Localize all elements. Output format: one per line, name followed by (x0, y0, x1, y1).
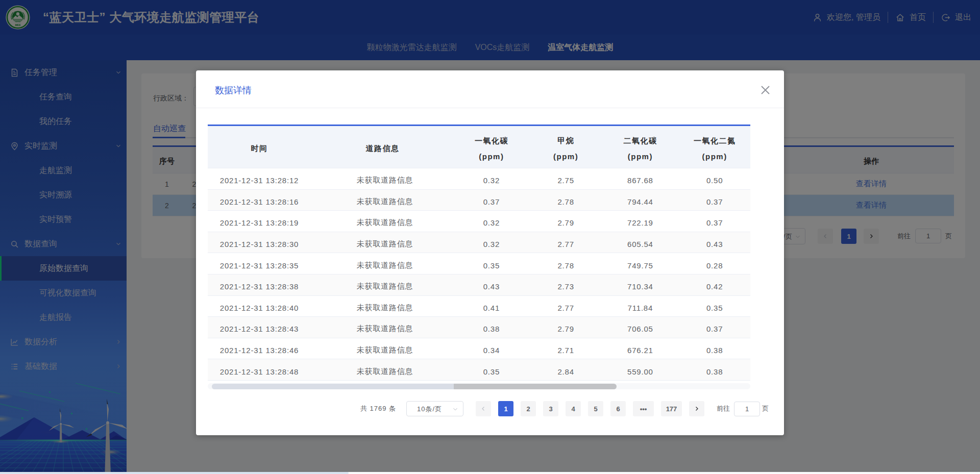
table-cell: 未获取道路信息 (311, 261, 454, 270)
page-horizontal-scrollbar[interactable] (0, 472, 980, 474)
close-icon[interactable] (761, 86, 770, 94)
column-unit: (ppm) (454, 148, 529, 164)
pager-buttons: 123456•••177 (472, 401, 708, 416)
table-cell: 2.73 (529, 282, 603, 291)
page-button-177[interactable]: 177 (661, 401, 682, 416)
data-details-dialog: 数据详情 时间道路信息一氧化碳(ppm)甲烷(ppm)二氧化碳(ppm)一氧化二… (196, 70, 784, 435)
table-cell: 0.28 (677, 261, 752, 270)
table-cell: 2021-12-31 13:28:16 (208, 197, 311, 206)
table-cell: 2.79 (529, 325, 603, 333)
column-header-3: 一氧化碳(ppm) (454, 133, 529, 164)
page-scrollbar-thumb[interactable] (0, 472, 349, 474)
table-row[interactable]: 2021-12-31 13:28:35未获取道路信息0.352.78749.75… (208, 253, 750, 275)
column-unit: (ppm) (529, 148, 603, 164)
table-cell: 0.41 (454, 304, 529, 312)
column-header-6: 一氧化二氮(ppm) (677, 133, 752, 164)
table-cell: 710.34 (603, 282, 678, 291)
column-header-4: 甲烷(ppm) (529, 133, 603, 164)
column-title: 一氧化碳 (454, 133, 529, 148)
table-cell: 749.75 (603, 261, 678, 270)
column-title: 道路信息 (311, 140, 454, 156)
table-cell: 0.38 (454, 325, 529, 333)
table-row[interactable]: 2021-12-31 13:28:43未获取道路信息0.382.79706.05… (208, 317, 750, 338)
table-cell: 2021-12-31 13:28:43 (208, 325, 311, 333)
table-cell: 2021-12-31 13:28:40 (208, 304, 311, 312)
table-cell: 未获取道路信息 (311, 218, 454, 228)
table-cell: 2.78 (529, 261, 603, 270)
table-row[interactable]: 2021-12-31 13:28:16未获取道路信息0.372.78794.44… (208, 190, 750, 211)
table-cell: 2021-12-31 13:28:19 (208, 218, 311, 227)
scrollbar-thumb[interactable] (454, 384, 617, 389)
table-cell: 676.21 (603, 346, 678, 355)
page-button-6[interactable]: 6 (610, 401, 626, 416)
table-cell: 0.32 (454, 240, 529, 248)
page-button-5[interactable]: 5 (588, 401, 603, 416)
table-row[interactable]: 2021-12-31 13:28:12未获取道路信息0.322.75867.68… (208, 168, 750, 190)
dialog-title: 数据详情 (215, 84, 252, 96)
details-table-body: 2021-12-31 13:28:12未获取道路信息0.322.75867.68… (208, 168, 750, 381)
table-row[interactable]: 2021-12-31 13:28:30未获取道路信息0.322.77605.54… (208, 232, 750, 254)
table-cell: 2021-12-31 13:28:38 (208, 282, 311, 291)
table-cell: 706.05 (603, 325, 678, 333)
page-size-select[interactable]: 10条/页 (406, 401, 463, 416)
page-button-2[interactable]: 2 (521, 401, 536, 416)
column-title: 二氧化碳 (603, 133, 678, 148)
goto-page-input[interactable] (734, 402, 760, 416)
table-cell: 0.34 (454, 346, 529, 355)
table-cell: 2.71 (529, 346, 603, 355)
scrollbar-thumb-light[interactable] (212, 384, 454, 389)
table-cell: 0.32 (454, 218, 529, 227)
dialog-pagination: 共 1769 条 10条/页 123456•••177 前往 页 (196, 401, 784, 416)
horizontal-scrollbar[interactable] (208, 383, 750, 389)
table-cell: 2021-12-31 13:28:48 (208, 367, 311, 376)
table-row[interactable]: 2021-12-31 13:28:46未获取道路信息0.342.71676.21… (208, 338, 750, 360)
column-header-5: 二氧化碳(ppm) (603, 133, 678, 164)
table-cell: 0.37 (677, 218, 752, 227)
table-cell: 2.78 (529, 197, 603, 206)
page-button-3[interactable]: 3 (543, 401, 558, 416)
details-table-header-row: 时间道路信息一氧化碳(ppm)甲烷(ppm)二氧化碳(ppm)一氧化二氮(ppm… (208, 126, 750, 168)
column-title: 甲烷 (529, 133, 603, 148)
total-count: 共 1769 条 (360, 401, 396, 416)
table-cell: 未获取道路信息 (311, 282, 454, 291)
table-cell: 559.00 (603, 367, 678, 376)
table-cell: 未获取道路信息 (311, 367, 454, 377)
column-header-1: 时间 (208, 140, 311, 156)
table-row[interactable]: 2021-12-31 13:28:38未获取道路信息0.432.73710.34… (208, 275, 750, 296)
table-cell: 2.77 (529, 304, 603, 312)
chevron-right-icon (694, 406, 700, 412)
goto-label: 前往 (717, 401, 730, 416)
table-cell: 2.75 (529, 176, 603, 185)
table-cell: 2.77 (529, 240, 603, 248)
table-cell: 2021-12-31 13:28:12 (208, 176, 311, 185)
chevron-left-icon (480, 406, 486, 412)
column-unit: (ppm) (603, 148, 678, 164)
table-cell: 794.44 (603, 197, 678, 206)
table-cell: 未获取道路信息 (311, 303, 454, 313)
table-cell: 867.68 (603, 176, 678, 185)
page-button-4[interactable]: 4 (566, 401, 581, 416)
table-cell: 711.84 (603, 304, 678, 312)
column-unit: (ppm) (677, 148, 752, 164)
next-page-button[interactable] (689, 401, 704, 416)
details-table: 时间道路信息一氧化碳(ppm)甲烷(ppm)二氧化碳(ppm)一氧化二氮(ppm… (208, 124, 750, 381)
table-row[interactable]: 2021-12-31 13:28:19未获取道路信息0.322.79722.19… (208, 211, 750, 232)
page-size-text: 10条/页 (417, 402, 442, 416)
table-cell: 0.43 (677, 240, 752, 248)
page-ellipsis-button[interactable]: ••• (633, 401, 654, 416)
table-cell: 0.38 (677, 346, 752, 355)
prev-page-button[interactable] (476, 401, 491, 416)
table-cell: 2021-12-31 13:28:46 (208, 346, 311, 355)
table-cell: 722.19 (603, 218, 678, 227)
table-row[interactable]: 2021-12-31 13:28:48未获取道路信息0.352.84559.00… (208, 359, 750, 381)
column-header-2: 道路信息 (311, 140, 454, 156)
column-title: 时间 (208, 140, 311, 156)
table-cell: 2021-12-31 13:28:30 (208, 240, 311, 248)
table-cell: 2021-12-31 13:28:35 (208, 261, 311, 270)
table-cell: 0.35 (454, 261, 529, 270)
table-cell: 未获取道路信息 (311, 324, 454, 334)
table-row[interactable]: 2021-12-31 13:28:40未获取道路信息0.412.77711.84… (208, 296, 750, 317)
table-cell: 2.84 (529, 367, 603, 376)
page-button-1[interactable]: 1 (498, 401, 513, 416)
table-cell: 605.54 (603, 240, 678, 248)
